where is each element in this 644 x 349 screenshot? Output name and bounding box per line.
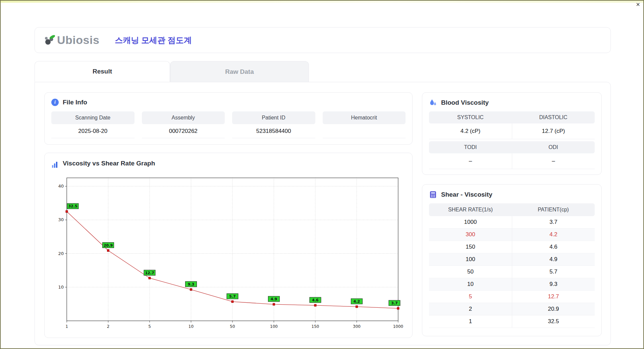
shear-rate-value: 100 [429,253,512,265]
table-row: 100 4.9 [429,253,595,266]
graph-title: Viscosity vs Shear Rate Graph [63,160,155,167]
blood-viscosity-table: SYSTOLIC DIASTOLIC 4.2 (cP) 12.7 (cP) TO… [429,111,595,169]
blood-viscosity-title: Blood Viscosity [441,99,489,106]
bar-chart-icon [51,161,59,168]
right-column: Blood Viscosity SYSTOLIC DIASTOLIC 4.2 (… [422,92,602,336]
viscosity-graph-card: Viscosity vs Shear Rate Graph 1020304012… [44,153,413,338]
odi-value: – [512,153,595,169]
systolic-value: 4.2 (cP) [429,123,512,139]
svg-text:4.6: 4.6 [312,298,319,302]
svg-text:100: 100 [270,324,278,329]
info-icon: i [51,99,59,106]
close-icon[interactable]: × [636,1,640,8]
shear-rate-value: 50 [429,266,512,278]
patient-column-header: PATIENT(cp) [512,207,595,213]
patient-viscosity-value: 12.7 [512,291,595,303]
calculator-icon [429,191,437,199]
svg-text:1: 1 [65,324,68,329]
tab-bar: Result Raw Data [35,61,611,82]
svg-text:32.5: 32.5 [68,204,77,208]
patient-viscosity-value: 20.9 [512,303,595,315]
patient-viscosity-value: 4.6 [512,241,595,253]
svg-text:3.7: 3.7 [391,301,398,305]
svg-text:30: 30 [58,217,64,222]
table-row: 50 5.7 [429,266,595,278]
field-scanning-date: Scanning Date 2025-08-20 [51,111,135,138]
droplets-icon [429,99,437,107]
shear-viscosity-title: Shear - Viscosity [441,191,492,198]
svg-text:1000: 1000 [393,324,404,329]
field-label: Scanning Date [51,111,135,124]
patient-viscosity-value: 5.7 [512,266,595,278]
svg-text:20.9: 20.9 [104,243,113,248]
svg-text:4.2: 4.2 [354,299,360,304]
file-info-title: File Info [63,99,87,106]
result-panel: i File Info Scanning Date 2025-08-20 Ass… [35,82,611,345]
field-value [323,124,406,138]
shear-rate-value: 1 [429,315,512,328]
todi-value: – [429,153,512,169]
svg-text:4.9: 4.9 [271,297,277,301]
svg-text:150: 150 [312,324,319,329]
svg-text:2: 2 [107,324,110,329]
field-patient-id: Patient ID 52318584400 [232,111,315,138]
todi-label: TODI [429,144,512,150]
diastolic-value: 12.7 (cP) [512,123,595,139]
patient-viscosity-value: 32.5 [512,315,595,328]
window-top-strip [0,0,644,3]
shear-table-body: 1000 3.7 300 4.2 150 4.6 100 4.9 [429,216,595,328]
shear-rate-value: 2 [429,303,512,315]
logo-text: Ubiosis [57,34,99,47]
svg-text:10: 10 [58,285,64,290]
table-row: 300 4.2 [429,229,595,241]
svg-text:300: 300 [353,324,361,329]
systolic-label: SYSTOLIC [429,114,512,120]
shear-rate-value: 1000 [429,216,512,228]
svg-text:5.7: 5.7 [229,294,236,299]
ubiosis-logo-icon [44,34,56,47]
svg-text:10: 10 [189,324,194,329]
patient-viscosity-value: 3.7 [512,216,595,228]
patient-viscosity-value: 4.9 [512,253,595,265]
field-hematocrit: Hematocrit [323,111,406,138]
logo: Ubiosis [44,34,99,47]
table-row: 5 12.7 [429,291,595,303]
table-row: 1000 3.7 [429,216,595,229]
field-label: Hematocrit [323,111,406,124]
bv-value-row: – – [429,153,595,169]
file-info-header: i File Info [51,99,406,106]
svg-text:9.3: 9.3 [188,282,195,287]
tab-result[interactable]: Result [35,61,170,82]
svg-text:40: 40 [58,184,64,189]
bv-label-row: TODI ODI [429,141,595,153]
field-value: 52318584400 [232,124,315,138]
field-label: Assembly [142,111,225,124]
table-row: 2 20.9 [429,303,595,315]
blood-viscosity-header: Blood Viscosity [429,99,595,107]
viscosity-shear-chart: 102030401251050100150300100032.520.912.7… [51,171,404,332]
bv-value-row: 4.2 (cP) 12.7 (cP) [429,123,595,139]
bv-label-row: SYSTOLIC DIASTOLIC [429,111,595,123]
tab-raw-data[interactable]: Raw Data [170,61,309,82]
file-info-card: i File Info Scanning Date 2025-08-20 Ass… [44,92,413,145]
file-info-fields: Scanning Date 2025-08-20 Assembly 000720… [51,111,406,138]
shear-rate-value: 5 [429,291,512,303]
field-value: 000720262 [142,124,225,138]
left-column: i File Info Scanning Date 2025-08-20 Ass… [44,92,413,336]
field-assembly: Assembly 000720262 [142,111,225,138]
blood-viscosity-card: Blood Viscosity SYSTOLIC DIASTOLIC 4.2 (… [422,92,602,175]
table-row: 10 9.3 [429,278,595,291]
shear-rate-value: 300 [429,229,512,241]
shear-rate-value: 10 [429,278,512,290]
odi-label: ODI [512,144,595,150]
svg-text:12.7: 12.7 [145,271,154,275]
shear-table-header: SHEAR RATE(1/s) PATIENT(cp) [429,203,595,216]
svg-text:20: 20 [58,251,64,256]
table-row: 150 4.6 [429,241,595,253]
svg-text:50: 50 [230,324,235,329]
table-row: 1 32.5 [429,315,595,328]
patient-viscosity-value: 9.3 [512,278,595,290]
shear-viscosity-card: Shear - Viscosity SHEAR RATE(1/s) PATIEN… [422,184,602,336]
field-label: Patient ID [232,111,315,124]
field-value: 2025-08-20 [51,124,135,138]
